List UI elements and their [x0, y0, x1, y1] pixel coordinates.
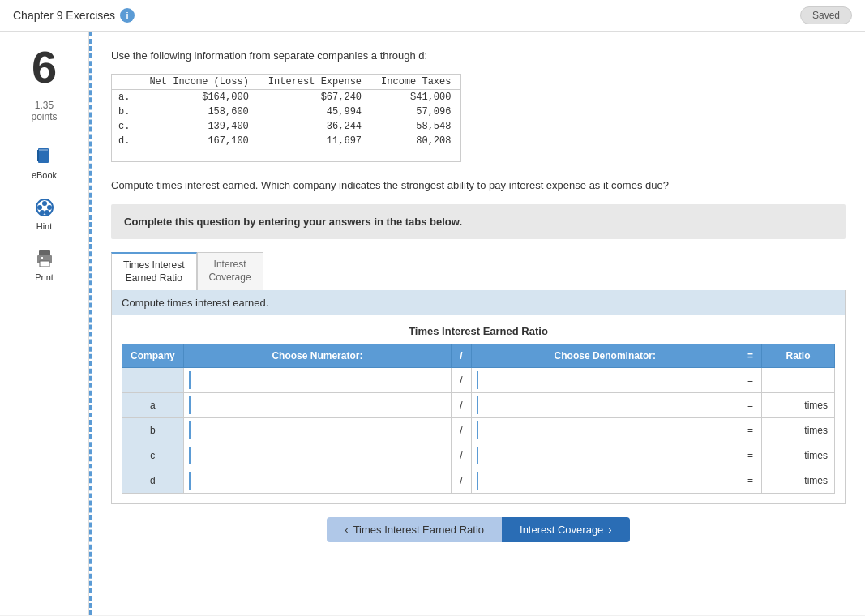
col-header-equals: =: [739, 344, 761, 368]
print-label: Print: [35, 272, 54, 282]
ratio-denominator-cell[interactable]: [471, 418, 739, 443]
ratio-slash: /: [452, 393, 471, 418]
col-header-company: Company: [122, 344, 184, 368]
tab-interest-coverage[interactable]: Interest Coverage: [197, 252, 263, 290]
denominator-input[interactable]: [477, 371, 734, 389]
content-area: Use the following information from separ…: [89, 32, 865, 615]
ratio-numerator-cell[interactable]: [183, 368, 451, 393]
prev-arrow: ‹: [345, 524, 348, 536]
nav-buttons: ‹ Times Interest Earned Ratio Interest C…: [111, 504, 846, 545]
data-table-wrapper: Net Income (Loss) Interest Expense Incom…: [111, 74, 461, 162]
svg-rect-2: [37, 150, 39, 161]
col-header-slash: /: [452, 344, 471, 368]
book-icon: [33, 145, 56, 168]
sidebar-item-ebook[interactable]: eBook: [6, 139, 82, 186]
denominator-input[interactable]: [477, 472, 734, 490]
row-income-taxes: 57,096: [371, 105, 460, 119]
tabs-row: Times Interest Earned Ratio Interest Cov…: [111, 252, 846, 290]
ratio-denominator-cell[interactable]: [471, 393, 739, 418]
tab-times-interest[interactable]: Times Interest Earned Ratio: [111, 252, 197, 290]
svg-point-6: [47, 205, 52, 210]
info-icon[interactable]: i: [120, 8, 135, 23]
ratio-equals: =: [739, 368, 761, 393]
row-company: c.: [112, 119, 139, 134]
numerator-input[interactable]: [189, 472, 446, 490]
tab-panel: Compute times interest earned. Times Int…: [111, 290, 846, 504]
ratio-result: [762, 368, 835, 393]
ratio-company: c: [122, 443, 184, 468]
ratio-result: times: [762, 418, 835, 443]
prev-button[interactable]: ‹ Times Interest Earned Ratio: [327, 517, 502, 542]
row-interest-expense: 36,244: [259, 119, 371, 134]
prev-label: Times Interest Earned Ratio: [353, 524, 484, 536]
ratio-table: Company Choose Numerator: / Choose Denom…: [122, 344, 835, 494]
ratio-result: times: [762, 443, 835, 468]
next-arrow: ›: [608, 524, 611, 536]
ratio-slash: /: [452, 468, 471, 494]
ratio-numerator-cell[interactable]: [183, 418, 451, 443]
ratio-table-row: c / = times: [122, 443, 835, 468]
ratio-table-wrapper: Times Interest Earned Ratio Company Choo…: [112, 315, 845, 503]
next-label: Interest Coverage: [520, 524, 603, 536]
numerator-input[interactable]: [189, 371, 446, 389]
ratio-table-row: b / = times: [122, 418, 835, 443]
ebook-label: eBook: [32, 170, 57, 180]
points-value: 1.35: [35, 100, 54, 111]
compute-text: Compute times interest earned. Which com…: [111, 178, 846, 194]
row-net-income: $164,000: [139, 89, 258, 105]
svg-rect-11: [40, 261, 49, 267]
ratio-table-title: Times Interest Earned Ratio: [122, 325, 835, 344]
svg-point-8: [45, 210, 49, 215]
col-interest-expense: Interest Expense: [259, 75, 371, 90]
tab-panel-header: Compute times interest earned.: [112, 290, 845, 315]
saved-button[interactable]: Saved: [800, 6, 852, 24]
ratio-company: b: [122, 418, 184, 443]
data-table: Net Income (Loss) Interest Expense Incom…: [112, 75, 460, 148]
ratio-slash: /: [452, 418, 471, 443]
col-income-taxes: Income Taxes: [371, 75, 460, 90]
ratio-company: a: [122, 393, 184, 418]
ratio-equals: =: [739, 443, 761, 468]
col-header-numerator: Choose Numerator:: [183, 344, 451, 368]
row-interest-expense: 11,697: [259, 134, 371, 148]
denominator-input[interactable]: [477, 396, 734, 414]
row-company: a.: [112, 89, 139, 105]
question-intro: Use the following information from separ…: [111, 48, 846, 64]
data-table-row: c. 139,400 36,244 58,548: [112, 119, 460, 134]
hint-icon: [33, 196, 56, 219]
main-layout: 6 1.35 points eBook: [0, 32, 865, 615]
ratio-numerator-cell[interactable]: [183, 393, 451, 418]
ratio-company: [122, 368, 184, 393]
points-text: points: [31, 111, 57, 122]
numerator-input[interactable]: [189, 396, 446, 414]
numerator-input[interactable]: [189, 421, 446, 439]
ratio-numerator-cell[interactable]: [183, 443, 451, 468]
denominator-input[interactable]: [477, 421, 734, 439]
data-table-row: b. 158,600 45,994 57,096: [112, 105, 460, 119]
ratio-result: times: [762, 393, 835, 418]
sidebar-item-hint[interactable]: Hint: [6, 190, 82, 237]
svg-point-4: [42, 201, 47, 206]
ratio-slash: /: [452, 368, 471, 393]
ratio-denominator-cell[interactable]: [471, 443, 739, 468]
sidebar-item-print[interactable]: Print: [6, 241, 82, 289]
denominator-input[interactable]: [477, 447, 734, 464]
points-label: 1.35 points: [31, 100, 57, 122]
data-table-row: d. 167,100 11,697 80,208: [112, 134, 460, 148]
svg-point-5: [37, 205, 42, 210]
row-income-taxes: $41,000: [371, 89, 460, 105]
svg-point-7: [40, 210, 45, 215]
top-bar: Chapter 9 Exercises i Saved: [0, 0, 865, 32]
numerator-input[interactable]: [189, 447, 446, 464]
ratio-denominator-cell[interactable]: [471, 368, 739, 393]
row-income-taxes: 80,208: [371, 134, 460, 148]
instruction-box: Complete this question by entering your …: [111, 204, 846, 239]
hint-label: Hint: [36, 221, 53, 231]
next-button[interactable]: Interest Coverage ›: [502, 517, 630, 542]
ratio-slash: /: [452, 443, 471, 468]
ratio-denominator-cell[interactable]: [471, 468, 739, 494]
ratio-numerator-cell[interactable]: [183, 468, 451, 494]
row-company: d.: [112, 134, 139, 148]
row-income-taxes: 58,548: [371, 119, 460, 134]
row-net-income: 167,100: [139, 134, 258, 148]
